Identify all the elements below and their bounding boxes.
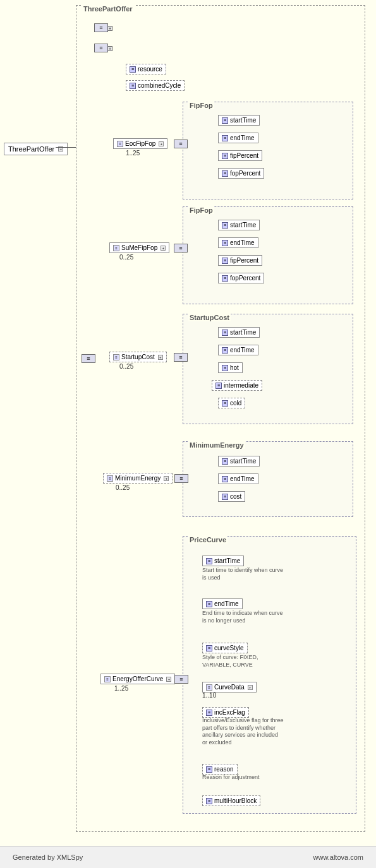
combined-cycle-node: ≡ combinedCycle xyxy=(126,80,185,91)
starttime-sc: ≡ startTime xyxy=(218,327,260,338)
cd-expand[interactable]: + xyxy=(248,685,253,690)
sc-icon: ≡ xyxy=(113,354,119,360)
outer-box-label: ThreePartOffer xyxy=(82,5,135,13)
curvestyle-pc: ≡ curveStyle xyxy=(202,643,248,653)
et-icon-sc: ≡ xyxy=(222,347,228,354)
starttime-annotation: Start time to identify when curve is use… xyxy=(202,567,284,581)
et-icon-pc: ≡ xyxy=(206,601,212,607)
eoc-seq-box: ≡ xyxy=(174,140,188,148)
et-icon-f1: ≡ xyxy=(222,135,228,141)
st-icon-me: ≡ xyxy=(222,458,228,465)
expand-2[interactable]: + xyxy=(107,46,112,51)
eoc2-seq-box: ≡ xyxy=(174,675,188,684)
eoc2-icon: ≡ xyxy=(104,676,111,682)
resource-node: ≡ resource xyxy=(126,64,166,74)
sc-mult: 0..25 xyxy=(119,363,133,370)
main-connector-line xyxy=(56,147,76,148)
pricecurve-section: PriceCurve ≡ startTime Start time to ide… xyxy=(183,536,356,814)
cs-icon-pc: ≡ xyxy=(206,645,212,651)
hot-sc: ≡ hot xyxy=(218,362,243,373)
endtime-f2: ≡ endTime xyxy=(218,237,258,248)
outer-seq-icon: ≡ xyxy=(82,354,95,363)
fp-icon-f1: ≡ xyxy=(222,153,228,159)
sume-seq-box: ≡ xyxy=(174,244,188,253)
startup-section: StartupCost ≡ startTime ≡ endTime ≡ hot … xyxy=(183,314,353,424)
sume-expand[interactable]: + xyxy=(161,246,166,251)
st-icon-sc: ≡ xyxy=(222,330,228,336)
foppercent-f1: ≡ fopPercent xyxy=(218,168,264,179)
eoc2-mult: 1..25 xyxy=(114,685,128,692)
starttime-f2: ≡ startTime xyxy=(218,220,260,230)
fipfop2-label: FipFop xyxy=(188,206,214,214)
sume-mult: 0..25 xyxy=(119,254,133,261)
endtime-annotation: End time to indicate when curve is no lo… xyxy=(202,610,284,624)
et-icon-f2: ≡ xyxy=(222,240,228,246)
hot-icon-sc: ≡ xyxy=(222,365,228,371)
cd-mult: 1..10 xyxy=(202,692,216,699)
cost-me: ≡ cost xyxy=(218,491,245,502)
eoc2-expand[interactable]: + xyxy=(166,677,171,682)
eoc-fipfop-node: ≡ EocFipFop + xyxy=(113,138,167,149)
mhb-icon-pc: ≡ xyxy=(206,798,212,804)
st-icon-f1: ≡ xyxy=(222,117,228,124)
ief-icon-pc: ≡ xyxy=(206,710,212,716)
eoc-mult: 1..25 xyxy=(126,150,140,157)
seq-icon-1: ≡ + xyxy=(94,23,108,32)
fippercent-f1: ≡ fipPercent xyxy=(218,150,262,161)
eoc-icon: ≡ xyxy=(117,141,123,147)
reason-annotation: Reason for adjustment xyxy=(202,774,260,782)
int-icon-sc: ≡ xyxy=(215,383,222,389)
fp-icon-f2: ≡ xyxy=(222,258,228,264)
min-energy-node: ≡ MinimumEnergy + xyxy=(103,473,173,484)
cost-icon-me: ≡ xyxy=(222,494,228,500)
et-icon-me: ≡ xyxy=(222,476,228,482)
three-part-offer-box: ThreePartOffer ≡ + ≡ + ≡ resource ≡ comb… xyxy=(76,5,365,832)
curvestyle-annotation: Style of curve: FIXED, VARIABLE, CURVE xyxy=(202,654,284,669)
cold-sc: ≡ cold xyxy=(218,398,245,408)
curvedata-node: ≡ CurveData + xyxy=(202,682,257,693)
fop-icon-f1: ≡ xyxy=(222,170,228,177)
fipfop-section-1: FipFop ≡ startTime ≡ endTime ≡ fipPercen… xyxy=(183,102,353,199)
incexcflag-pc: ≡ incExcFlag xyxy=(202,707,249,718)
fippercent-f2: ≡ fipPercent xyxy=(218,255,262,266)
sc-expand[interactable]: + xyxy=(158,355,163,360)
endtime-sc: ≡ endTime xyxy=(218,345,258,355)
eoc-expand[interactable]: + xyxy=(159,141,164,146)
foppercent-f2: ≡ fopPercent xyxy=(218,273,264,283)
incexcflag-annotation: Inclusive/Exclusive flag for three part … xyxy=(202,717,284,747)
footer-right: www.altova.com xyxy=(313,853,363,861)
endtime-pc: ≡ endTime xyxy=(202,598,243,609)
pricecurve-label: PriceCurve xyxy=(188,536,227,544)
energy-offer-curve-node: ≡ EnergyOfferCurve + xyxy=(100,674,175,684)
me-expand[interactable]: + xyxy=(164,476,169,481)
tpo-main-node: ThreePartOffer + xyxy=(4,143,68,155)
me-icon: ≡ xyxy=(107,475,113,482)
startup-label: StartupCost xyxy=(188,314,231,321)
minenergy-label: MinimumEnergy xyxy=(188,441,245,449)
seq-icon-2: ≡ + xyxy=(94,44,108,52)
endtime-me: ≡ endTime xyxy=(218,473,258,484)
endtime-f1: ≡ endTime xyxy=(218,133,258,143)
st-icon-f2: ≡ xyxy=(222,222,228,229)
fipfop1-label: FipFop xyxy=(188,102,214,109)
reason-pc: ≡ reason xyxy=(202,764,238,775)
combined-cycle-icon: ≡ xyxy=(130,83,136,89)
starttime-pc: ≡ startTime xyxy=(202,556,244,566)
multiHourBlock-pc: ≡ multiHourBlock xyxy=(202,795,260,806)
startup-cost-node: ≡ StartupCost + xyxy=(109,352,167,362)
sume-fipfop-node: ≡ SuMeFipFop + xyxy=(109,242,169,253)
st-icon-pc: ≡ xyxy=(206,558,212,564)
sc-seq-box: ≡ xyxy=(174,353,188,362)
me-seq-box: ≡ xyxy=(174,474,188,483)
fop-icon-f2: ≡ xyxy=(222,275,228,282)
resource-icon: ≡ xyxy=(130,66,136,73)
starttime-me: ≡ startTime xyxy=(218,456,260,467)
cold-icon-sc: ≡ xyxy=(222,400,228,407)
me-mult: 0..25 xyxy=(116,484,130,491)
cd-icon: ≡ xyxy=(206,684,212,691)
expand-1[interactable]: + xyxy=(107,26,112,31)
reason-icon-pc: ≡ xyxy=(206,766,212,773)
sume-icon: ≡ xyxy=(113,245,119,251)
starttime-f1: ≡ startTime xyxy=(218,115,260,126)
intermediate-sc: ≡ intermediate xyxy=(212,380,262,391)
